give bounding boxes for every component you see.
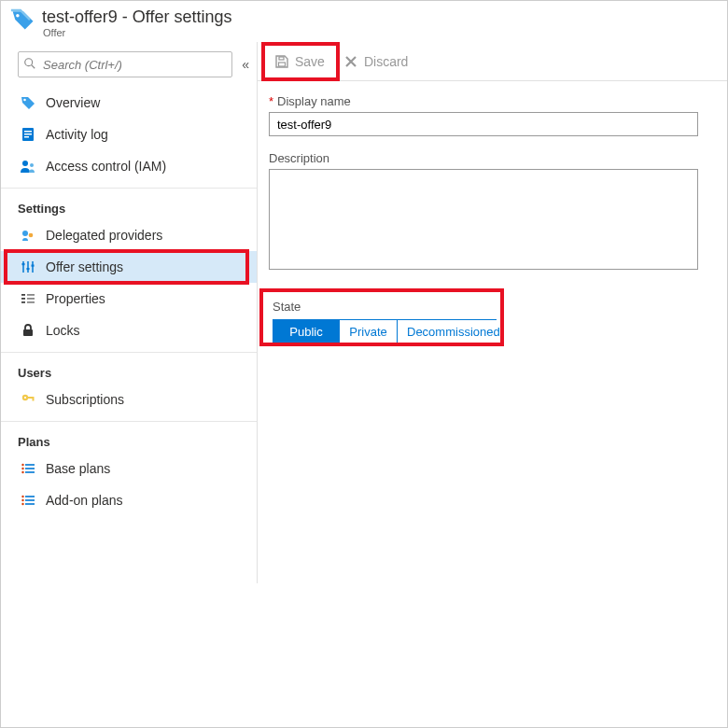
svg-rect-39 (25, 499, 35, 501)
sidebar-search-input[interactable] (18, 51, 232, 77)
required-indicator: * (269, 94, 273, 108)
sidebar-item-base-plans[interactable]: Base plans (1, 453, 257, 484)
sidebar-item-addon-plans[interactable]: Add-on plans (1, 484, 257, 516)
svg-rect-41 (279, 63, 286, 66)
page-header: test-offer9 - Offer settings Offer (1, 1, 727, 42)
sidebar-group-plans: Plans (1, 424, 257, 453)
state-option-public[interactable]: Public (273, 320, 339, 343)
search-wrap (18, 51, 232, 77)
sidebar-item-label: Properties (46, 291, 105, 306)
search-icon (23, 57, 36, 70)
display-name-label: * Display name (269, 94, 727, 108)
svg-rect-24 (23, 329, 33, 336)
discard-button[interactable]: Discard (334, 47, 417, 77)
sidebar-group-settings: Settings (1, 190, 257, 219)
svg-rect-28 (33, 399, 35, 401)
tag-icon (20, 94, 36, 111)
page-subtype: Offer (42, 27, 231, 38)
state-option-private[interactable]: Private (339, 320, 397, 343)
list-icon (20, 460, 36, 477)
sidebar-item-label: Subscriptions (46, 392, 124, 407)
svg-point-0 (16, 14, 20, 18)
state-label: State (273, 300, 511, 314)
sidebar-item-label: Overview (46, 95, 100, 110)
collapse-sidebar-icon[interactable]: « (242, 57, 249, 72)
svg-rect-34 (25, 471, 35, 473)
svg-rect-20 (21, 301, 25, 303)
svg-rect-21 (27, 294, 35, 296)
sidebar-item-label: Locks (46, 323, 80, 338)
sidebar-item-locks[interactable]: Locks (1, 315, 257, 346)
svg-point-1 (25, 59, 33, 66)
list-icon (20, 492, 36, 509)
svg-rect-40 (25, 503, 35, 505)
sidebar-item-label: Delegated providers (46, 228, 162, 243)
sidebar-item-label: Access control (IAM) (46, 159, 166, 174)
svg-rect-32 (25, 464, 35, 466)
svg-rect-19 (21, 298, 25, 300)
key-icon (20, 391, 36, 408)
svg-rect-18 (21, 294, 25, 296)
svg-point-8 (22, 161, 28, 166)
sidebar-item-overview[interactable]: Overview (1, 87, 257, 119)
svg-point-30 (21, 468, 23, 469)
description-label: Description (269, 151, 727, 165)
display-name-label-text: Display name (277, 94, 351, 108)
highlight-offer-settings: Offer settings (1, 251, 257, 283)
svg-rect-23 (27, 301, 35, 303)
header-text-block: test-offer9 - Offer settings Offer (42, 7, 231, 38)
sidebar-item-access-control[interactable]: Access control (IAM) (1, 150, 257, 182)
svg-rect-38 (25, 496, 35, 497)
main-content: Save Discard * Display name Descri (258, 42, 727, 727)
sidebar-item-delegated-providers[interactable]: Delegated providers (1, 219, 257, 251)
svg-rect-6 (24, 133, 32, 135)
activity-log-icon (20, 126, 36, 143)
svg-rect-22 (27, 298, 35, 300)
svg-rect-7 (24, 136, 29, 138)
save-button-label: Save (295, 54, 325, 69)
svg-point-36 (21, 499, 23, 501)
svg-rect-15 (22, 263, 25, 265)
svg-rect-42 (279, 57, 284, 60)
divider (1, 352, 257, 353)
svg-point-9 (30, 163, 34, 167)
state-option-decommissioned[interactable]: Decommissioned (397, 320, 510, 343)
svg-line-2 (32, 65, 35, 69)
sidebar-item-label: Activity log (46, 127, 108, 142)
divider (1, 188, 257, 189)
access-control-icon (20, 158, 36, 175)
sidebar-item-subscriptions[interactable]: Subscriptions (1, 384, 257, 415)
sidebar-item-label: Add-on plans (46, 493, 123, 508)
page-title: test-offer9 - Offer settings (42, 7, 231, 27)
body: « Overview Activity log Access control (… (1, 42, 727, 727)
save-icon (274, 54, 289, 69)
svg-point-37 (21, 503, 23, 505)
svg-point-11 (29, 233, 34, 238)
sidebar-item-label: Base plans (46, 461, 110, 476)
svg-point-10 (22, 231, 28, 236)
discard-button-label: Discard (364, 54, 408, 69)
svg-rect-33 (25, 468, 35, 469)
svg-point-31 (21, 471, 23, 473)
delegated-providers-icon (20, 227, 36, 244)
sidebar-item-properties[interactable]: Properties (1, 283, 257, 315)
sidebar-group-users: Users (1, 355, 257, 384)
sidebar-item-activity-log[interactable]: Activity log (1, 119, 257, 150)
state-segmented-control: Public Private Decommissioned (273, 319, 497, 343)
svg-point-26 (24, 397, 26, 399)
description-label-text: Description (269, 151, 329, 165)
toolbar: Save Discard (258, 42, 727, 81)
svg-rect-17 (32, 265, 35, 267)
svg-point-3 (23, 99, 26, 102)
save-button[interactable]: Save (265, 47, 334, 77)
highlight-save: Save (265, 47, 334, 77)
svg-point-35 (21, 496, 23, 497)
display-name-input[interactable] (269, 112, 698, 136)
sidebar-item-offer-settings[interactable]: Offer settings (1, 251, 257, 283)
app-frame: test-offer9 - Offer settings Offer « Ov (0, 0, 728, 728)
description-input[interactable] (269, 169, 698, 270)
sidebar-item-label: Offer settings (46, 259, 123, 274)
sidebar: « Overview Activity log Access control (… (1, 42, 258, 583)
close-icon (343, 54, 358, 69)
lock-icon (20, 322, 36, 339)
